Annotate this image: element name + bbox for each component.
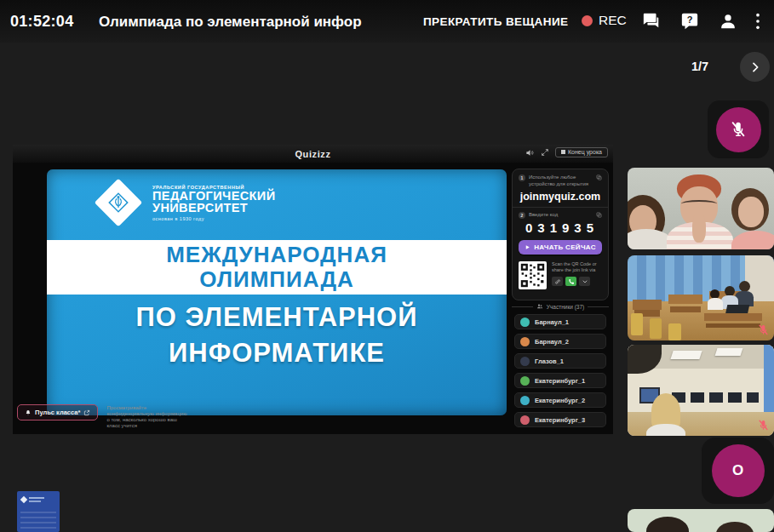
question-icon: ? (680, 12, 699, 31)
stop-broadcast-button[interactable]: ПРЕКРАТИТЬ ВЕЩАНИЕ (423, 15, 568, 28)
speaker-icon (525, 148, 535, 157)
participant-name: Екатеринбург_3 (535, 416, 585, 424)
bell-icon (25, 409, 32, 416)
share-link-button (552, 277, 563, 286)
broadcast-timer: 01:52:04 (10, 13, 73, 31)
logo-founded: основан в 1930 году (152, 216, 275, 221)
rec-indicator: REC (582, 13, 627, 28)
copy-icon (596, 212, 602, 218)
stop-square-icon (561, 150, 565, 154)
step2-text: Введите код (529, 212, 593, 219)
start-now-label: НАЧАТЬ СЕЙЧАС (534, 243, 596, 251)
participants-button[interactable] (719, 12, 737, 31)
rec-dot-icon (582, 15, 593, 26)
chevron-right-icon (748, 60, 762, 74)
mic-muted-icon (757, 323, 770, 336)
self-preview-thumbnail[interactable] (17, 491, 60, 532)
video-frame (628, 509, 774, 532)
presentation-slide: УРАЛЬСКИЙ ГОСУДАРСТВЕННЫЙ ПЕДАГОГИЧЕСКИЙ… (47, 169, 507, 415)
rec-label: REC (599, 13, 627, 28)
chat-icon (642, 12, 661, 31)
participant-avatar (520, 396, 530, 405)
quizizz-header-controls: Конец урока (525, 147, 608, 157)
vertical-dots-icon (754, 12, 761, 31)
top-bar: 01:52:04 Олимпиада по элементарной инфор… (0, 0, 774, 43)
end-lesson-button: Конец урока (555, 147, 608, 157)
participant-row: Екатеринбург_3 (514, 412, 606, 427)
fullscreen-icon (541, 148, 549, 157)
qr-code (519, 261, 547, 289)
participant-row: Екатеринбург_2 (514, 392, 606, 408)
copy-icon (596, 174, 602, 180)
divider (512, 306, 533, 307)
muted-mic-circle (716, 107, 761, 152)
class-pulse-caption: Просматривайте конфиденциальную информац… (106, 404, 186, 429)
phone-icon (568, 278, 575, 285)
participant-row: Барнаул_1 (514, 314, 606, 329)
more-options-button[interactable] (754, 12, 763, 31)
participants-header: Участники (37) (512, 303, 609, 310)
join-url: joinmyquiz.com (519, 191, 602, 203)
people-icon (536, 303, 543, 310)
svg-text:?: ? (687, 14, 693, 25)
participant-avatar (520, 415, 530, 425)
video-tile-partial[interactable] (628, 509, 774, 532)
screen-share-view[interactable]: Quizizz Конец урока (13, 145, 613, 434)
participant-name: Глазов_1 (535, 358, 564, 365)
avatar-letter: О (732, 462, 743, 479)
slide-subtitle-line2: ИНФОРМАТИКЕ (47, 335, 507, 371)
divider (513, 207, 608, 208)
participant-avatar (520, 337, 530, 346)
qr-caption: Scan the QR Code or share the join link … (552, 261, 602, 273)
participants-count: Участники (37) (547, 304, 584, 310)
video-frame (628, 345, 774, 436)
slide-title-line2: ОЛИМПИАДА (199, 267, 354, 292)
quizizz-join-panel: 1 Используйте любое устройство для откры… (512, 169, 609, 300)
slide-page-indicator: 1/7 (691, 60, 708, 73)
university-logo: УРАЛЬСКИЙ ГОСУДАРСТВЕННЫЙ ПЕДАГОГИЧЕСКИЙ… (96, 180, 507, 225)
lesson-title: Олимпиада по элементарной инфор (99, 14, 398, 31)
university-emblem-icon (95, 179, 143, 227)
muted-participant-tile[interactable] (708, 100, 769, 158)
broadcast-app-window: 01:52:04 Олимпиада по элементарной инфор… (0, 0, 774, 532)
quizizz-header: Quizizz Конец урока (13, 145, 613, 163)
class-pulse-label: Пульс класса* (35, 409, 80, 416)
next-slide-button[interactable] (740, 52, 770, 82)
video-frame (628, 168, 774, 249)
end-lesson-label: Конец урока (568, 149, 602, 155)
step1-number: 1 (519, 174, 525, 181)
participant-name: Екатеринбург_1 (535, 377, 585, 385)
step2-number: 2 (519, 212, 525, 219)
participant-name: Барнаул_1 (535, 318, 569, 326)
video-tile-computer-classroom[interactable] (628, 345, 774, 436)
participant-row: Глазов_1 (514, 353, 606, 369)
class-pulse-badge: Пульс класса* (17, 404, 98, 420)
help-button[interactable]: ? (680, 12, 699, 31)
participant-initial-avatar: О (712, 444, 765, 497)
quizizz-participants-panel: Участники (37) Барнаул_1 Барнаул_2 Глазо… (512, 303, 609, 427)
audio-only-participant-tile[interactable]: О (702, 438, 774, 504)
divider (588, 306, 609, 307)
video-tile-classroom-desks[interactable] (628, 255, 774, 340)
chevron-down-icon (582, 278, 588, 285)
university-logo-text: УРАЛЬСКИЙ ГОСУДАРСТВЕННЫЙ ПЕДАГОГИЧЕСКИЙ… (152, 185, 275, 221)
game-code: 031935 (519, 220, 602, 235)
chat-button[interactable] (642, 12, 661, 31)
quizizz-logo: Quizizz (295, 149, 330, 159)
share-more-button (579, 277, 590, 286)
mic-muted-icon (757, 419, 770, 432)
class-pulse-section: Пульс класса* Просматривайте конфиденциа… (17, 404, 186, 429)
link-icon (554, 278, 561, 285)
share-whatsapp-button (565, 277, 576, 286)
video-tile-webcam-students[interactable] (628, 168, 774, 249)
video-frame (628, 255, 774, 340)
play-icon (525, 244, 530, 250)
participant-avatar (520, 376, 530, 386)
start-now-button: НАЧАТЬ СЕЙЧАС (519, 240, 602, 255)
person-icon (719, 12, 737, 31)
participant-row: Екатеринбург_1 (514, 373, 606, 388)
step1-text: Используйте любое устройство для открыти… (529, 174, 593, 187)
participant-name: Екатеринбург_2 (535, 397, 585, 404)
external-link-icon (83, 409, 90, 416)
participant-avatar (520, 317, 530, 327)
